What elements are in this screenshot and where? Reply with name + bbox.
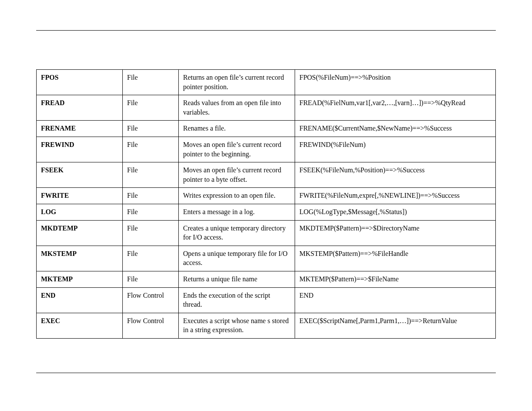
verb-name: MKSTEMP [37, 246, 123, 271]
verb-syntax: FREWIND(%FileNum) [295, 137, 496, 162]
verb-type: File [123, 271, 179, 287]
verb-type: File [123, 70, 179, 95]
verb-syntax: FPOS(%FileNum)==>%Position [295, 70, 496, 95]
verb-syntax: MKSTEMP($Pattern)==>%FileHandle [295, 246, 496, 271]
verb-description: Reads values from an open file into vari… [179, 95, 295, 121]
verb-type: File [123, 188, 179, 204]
table-row: FWRITEFileWrites expression to an open f… [37, 188, 496, 204]
verb-type: Flow Control [123, 313, 179, 338]
table-row: MKTEMPFileReturns a unique file nameMKTE… [37, 271, 496, 287]
verb-name: MKTEMP [37, 271, 123, 287]
verb-type: File [123, 121, 179, 137]
verb-description: Returns a unique file name [179, 271, 295, 287]
verb-syntax: MKDTEMP($Pattern)==>$DirectoryName [295, 220, 496, 246]
verb-type: File [123, 95, 179, 121]
verb-syntax: LOG(%LogType,$Message[,%Status]) [295, 204, 496, 220]
verb-description: Opens a unique temporary file for I/O ac… [179, 246, 295, 271]
verb-description: Ends the execution of the script thread. [179, 287, 295, 313]
verb-syntax: FRENAME($CurrentName,$NewName)==>%Succes… [295, 121, 496, 137]
verb-name: EXEC [37, 313, 123, 338]
table-row: LOGFileEnters a message in a log.LOG(%Lo… [37, 204, 496, 220]
verb-type: Flow Control [123, 287, 179, 313]
verb-description: Enters a message in a log. [179, 204, 295, 220]
verb-name: FSEEK [37, 162, 123, 188]
table-row: ENDFlow ControlEnds the execution of the… [37, 287, 496, 313]
verb-description: Moves an open file’s current record poin… [179, 162, 295, 188]
verb-name: MKDTEMP [37, 220, 123, 246]
table-row: FSEEKFileMoves an open file’s current re… [37, 162, 496, 188]
table-row: FPOSFileReturns an open file’s current r… [37, 70, 496, 95]
verb-type: File [123, 204, 179, 220]
verb-name: FRENAME [37, 121, 123, 137]
verb-description: Writes expression to an open file. [179, 188, 295, 204]
verb-syntax: FREAD(%FielNum,var1[,var2,…,[varn]…])==>… [295, 95, 496, 121]
verb-description: Returns an open file’s current record po… [179, 70, 295, 95]
verb-syntax: MKTEMP($Pattern)==>$FileName [295, 271, 496, 287]
top-rule [36, 30, 496, 31]
verb-name: LOG [37, 204, 123, 220]
verb-type: File [123, 220, 179, 246]
verb-type: File [123, 246, 179, 271]
verb-syntax: EXEC($ScriptName[,Parm1,Parm1,…])==>Retu… [295, 313, 496, 338]
verb-name: END [37, 287, 123, 313]
table-row: MKDTEMPFileCreates a unique temporary di… [37, 220, 496, 246]
verb-syntax: END [295, 287, 496, 313]
table-row: EXECFlow ControlExecutes a script whose … [37, 313, 496, 338]
verb-type: File [123, 137, 179, 162]
table-row: MKSTEMPFileOpens a unique temporary file… [37, 246, 496, 271]
verb-description: Executes a script whose name s stored in… [179, 313, 295, 338]
table-row: FREWINDFileMoves an open file’s current … [37, 137, 496, 162]
verb-name: FWRITE [37, 188, 123, 204]
verb-description: Renames a file. [179, 121, 295, 137]
verb-name: FREAD [37, 95, 123, 121]
verb-syntax: FWRITE(%FileNum,expre[,%NEWLINE])==>%Suc… [295, 188, 496, 204]
table-row: FREADFileReads values from an open file … [37, 95, 496, 121]
verbs-table: FPOSFileReturns an open file’s current r… [36, 69, 496, 339]
verb-name: FREWIND [37, 137, 123, 162]
verb-description: Moves an open file’s current record poin… [179, 137, 295, 162]
verb-type: File [123, 162, 179, 188]
verb-description: Creates a unique temporary directory for… [179, 220, 295, 246]
verb-name: FPOS [37, 70, 123, 95]
verb-syntax: FSEEK(%FileNum,%Position)==>%Success [295, 162, 496, 188]
table-row: FRENAMEFileRenames a file.FRENAME($Curre… [37, 121, 496, 137]
bottom-rule [36, 373, 496, 373]
